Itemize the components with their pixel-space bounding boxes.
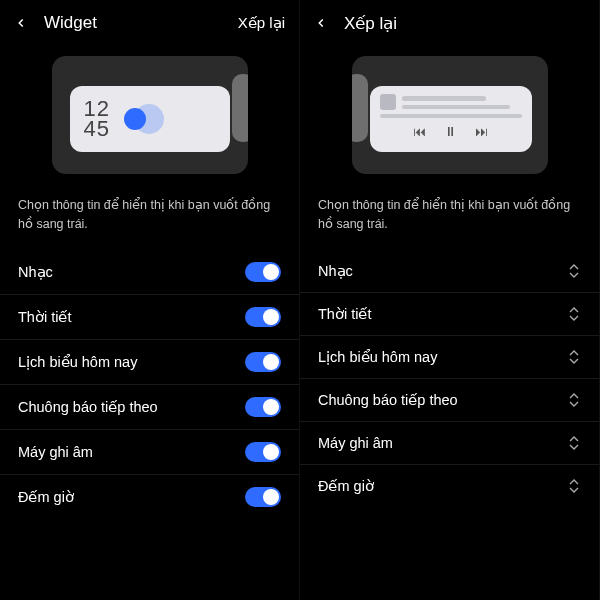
description-text: Chọn thông tin để hiển thị khi bạn vuốt … [300, 192, 599, 250]
clock-digits: 12 45 [84, 99, 110, 139]
reorder-handle-icon[interactable] [567, 391, 581, 409]
header: Widget Xếp lại [0, 0, 299, 44]
list-item[interactable]: Đếm giờ [300, 465, 599, 507]
track-subtitle-placeholder [402, 105, 510, 109]
description-text: Chọn thông tin để hiển thị khi bạn vuốt … [0, 192, 299, 250]
track-title-placeholder [402, 96, 486, 101]
preview-area: ⏮ ⏸ ⏭ [300, 44, 599, 192]
preview-box: 12 45 [52, 56, 248, 174]
list-item[interactable]: Thời tiết [300, 293, 599, 336]
reorder-panel: Xếp lại ⏮ ⏸ ⏭ Chọn thông [300, 0, 600, 600]
pause-icon: ⏸ [444, 124, 457, 139]
preview-adjacent-card [232, 74, 248, 142]
clock-indicator-ring [134, 104, 164, 134]
toggle-switch[interactable] [245, 487, 281, 507]
item-label: Nhạc [318, 263, 353, 279]
toggle-switch[interactable] [245, 352, 281, 372]
back-icon[interactable] [310, 12, 332, 34]
preview-adjacent-card [352, 74, 368, 142]
item-label: Đếm giờ [18, 489, 74, 505]
list-item[interactable]: Lịch biểu hôm nay [300, 336, 599, 379]
list-item[interactable]: Nhạc [300, 250, 599, 293]
item-label: Lịch biểu hôm nay [18, 354, 137, 370]
list-item[interactable]: Lịch biểu hôm nay [0, 340, 299, 385]
list-item[interactable]: Đếm giờ [0, 475, 299, 519]
reorder-action[interactable]: Xếp lại [238, 14, 285, 32]
item-label: Thời tiết [18, 309, 71, 325]
widget-list: Nhạc Thời tiết Lịch biểu hôm nay Chuông … [0, 250, 299, 601]
reorder-handle-icon[interactable] [567, 262, 581, 280]
reorder-list: Nhạc Thời tiết Lịch biểu hôm nay Chuông … [300, 250, 599, 601]
media-widget-preview: ⏮ ⏸ ⏭ [370, 86, 532, 152]
toggle-switch[interactable] [245, 307, 281, 327]
item-label: Nhạc [18, 264, 53, 280]
reorder-handle-icon[interactable] [567, 348, 581, 366]
reorder-handle-icon[interactable] [567, 305, 581, 323]
page-title: Widget [44, 13, 238, 33]
preview-box: ⏮ ⏸ ⏭ [352, 56, 548, 174]
item-label: Lịch biểu hôm nay [318, 349, 437, 365]
item-label: Chuông báo tiếp theo [318, 392, 458, 408]
list-item[interactable]: Nhạc [0, 250, 299, 295]
page-title: Xếp lại [344, 13, 585, 34]
widget-settings-panel: Widget Xếp lại 12 45 Chọn thông tin để h… [0, 0, 300, 600]
item-label: Máy ghi âm [18, 444, 93, 460]
clock-minute: 45 [84, 119, 110, 139]
list-item[interactable]: Thời tiết [0, 295, 299, 340]
item-label: Thời tiết [318, 306, 371, 322]
reorder-handle-icon[interactable] [567, 477, 581, 495]
item-label: Đếm giờ [318, 478, 374, 494]
media-controls: ⏮ ⏸ ⏭ [380, 124, 522, 139]
list-item[interactable]: Chuông báo tiếp theo [300, 379, 599, 422]
next-icon: ⏭ [475, 124, 488, 139]
clock-widget-preview: 12 45 [70, 86, 230, 152]
item-label: Máy ghi âm [318, 435, 393, 451]
back-icon[interactable] [10, 12, 32, 34]
toggle-switch[interactable] [245, 262, 281, 282]
reorder-handle-icon[interactable] [567, 434, 581, 452]
album-art-icon [380, 94, 396, 110]
media-info-row [380, 94, 522, 110]
toggle-switch[interactable] [245, 397, 281, 417]
toggle-switch[interactable] [245, 442, 281, 462]
previous-icon: ⏮ [413, 124, 426, 139]
list-item[interactable]: Máy ghi âm [300, 422, 599, 465]
list-item[interactable]: Máy ghi âm [0, 430, 299, 475]
progress-bar-placeholder [380, 114, 522, 118]
preview-area: 12 45 [0, 44, 299, 192]
header: Xếp lại [300, 0, 599, 44]
list-item[interactable]: Chuông báo tiếp theo [0, 385, 299, 430]
item-label: Chuông báo tiếp theo [18, 399, 158, 415]
